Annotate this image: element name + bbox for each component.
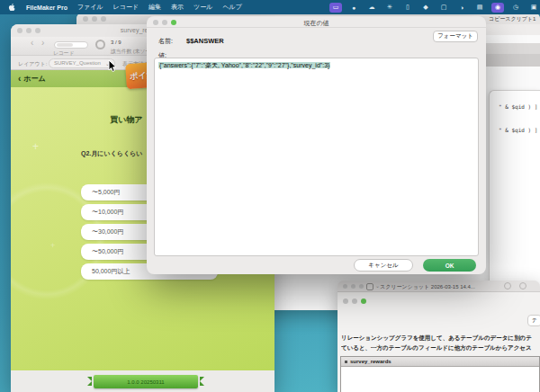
help-text-line: リレーションシップグラフを使用して、あるテーブルのデータに別のテ: [341, 334, 540, 343]
close-icon[interactable]: [343, 284, 347, 289]
next-record-icon[interactable]: ›: [41, 39, 44, 48]
record-slider[interactable]: [54, 41, 88, 49]
selected-value-text: {"answers":{"7":"楽天, Yahoo","8":"22","9"…: [158, 62, 330, 68]
battery-icon[interactable]: ▯: [401, 3, 414, 13]
close-icon: [343, 298, 348, 304]
dialog-titlebar: 現在の値: [147, 16, 486, 28]
display-icon[interactable]: ◑: [455, 3, 468, 13]
apple-menu-icon[interactable]: [8, 3, 16, 12]
help-text-line: ていると、一方のテーブルのフィールドに他方のテーブルからアクセス: [341, 344, 540, 352]
script-code-line: " & $qid ) ]: [499, 103, 537, 110]
screen-record-icon[interactable]: ◉: [491, 3, 504, 13]
document-proxy-icon[interactable]: [366, 283, 374, 290]
script-tab[interactable]: コピースクリプト1: [489, 15, 536, 23]
screenshot-preview-window[interactable]: ⌄ スクリーンショット 2026-03-15 14.4... テ リレーションシ…: [338, 281, 540, 392]
table-list-header: survey_rewards: [341, 357, 539, 367]
sparkle-decoration: +: [32, 140, 39, 153]
table-button: テ: [527, 315, 540, 326]
record-count: 3 / 9: [111, 40, 122, 45]
airplay-icon[interactable]: ◆: [419, 3, 432, 13]
dialog-title: 現在の値: [147, 19, 486, 28]
current-value-dialog[interactable]: 現在の値 名前: $$ANSWER フォーマット 値: {"answers":{…: [147, 16, 486, 274]
menu-tools[interactable]: ツール: [194, 3, 212, 12]
sparkle-decoration: +: [50, 241, 55, 250]
stage-manager-icon[interactable]: ▢: [437, 3, 450, 13]
variable-name: $$ANSWER: [186, 37, 224, 45]
moon-icon[interactable]: ●: [347, 3, 360, 13]
cloud-icon[interactable]: ☁: [365, 3, 378, 13]
menu-help[interactable]: ヘルプ: [222, 3, 242, 12]
record-slider-knob[interactable]: [57, 43, 73, 47]
desktop: コピースクリプト1 " & $qid ) ] " & $qid ) ] surv…: [0, 0, 540, 392]
script-window-traffic-lights[interactable]: [83, 16, 106, 22]
close-icon[interactable]: [83, 16, 88, 22]
mouse-cursor: [108, 59, 118, 73]
home-button[interactable]: ‹ ホーム: [18, 74, 46, 84]
control-center-icon[interactable]: ▣: [527, 3, 540, 13]
table-list: survey_rewards: [340, 356, 540, 392]
preview-titlebar: ⌄ スクリーンショット 2026-03-15 14.4...: [338, 281, 540, 292]
zoom-icon[interactable]: [359, 284, 364, 289]
zoom-icon[interactable]: [101, 16, 106, 22]
format-button[interactable]: フォーマット: [433, 31, 478, 42]
clock-icon[interactable]: ◷: [509, 3, 522, 13]
preview-title: スクリーンショット 2026-03-15 14.4...: [380, 283, 475, 291]
screen-mirroring-icon[interactable]: ▭: [329, 3, 342, 13]
inner-screenshot-traffic-lights: [343, 298, 366, 304]
minimize-icon: [352, 298, 357, 304]
brightness-icon[interactable]: ✳: [383, 3, 396, 13]
menu-file[interactable]: ファイル: [77, 3, 104, 12]
search-icon[interactable]: [519, 282, 526, 290]
layout-label: レイアウト:: [18, 60, 47, 68]
menu-records[interactable]: レコード: [113, 3, 140, 12]
previous-record-icon[interactable]: ‹: [31, 39, 33, 48]
home-label: ホーム: [23, 74, 45, 84]
menu-bar: FileMaker Pro ファイル レコード 編集 表示 ツール ヘルプ ▭ …: [0, 0, 540, 14]
preview-traffic-lights[interactable]: [343, 284, 364, 289]
minimize-icon[interactable]: [351, 284, 356, 289]
survey-question: Q2.月にいくらくらい: [81, 149, 142, 158]
chevron-left-icon: ‹: [18, 76, 21, 83]
layout-dropdown-value: SURVEY_Question: [54, 60, 101, 66]
minimize-icon[interactable]: [92, 16, 97, 22]
bullet-icon: [345, 361, 347, 363]
survey-title: 買い物ア: [110, 114, 142, 126]
name-label: 名前:: [158, 37, 173, 46]
menu-app-name[interactable]: FileMaker Pro: [26, 4, 68, 11]
info-icon[interactable]: [504, 282, 511, 290]
menu-view[interactable]: 表示: [171, 3, 184, 12]
keyboard-icon[interactable]: ▤: [473, 3, 486, 13]
zoom-icon: [361, 298, 366, 304]
preview-content: テ リレーションシップグラフを使用して、あるテーブルのデータに別のテ ていると、…: [338, 292, 540, 392]
value-textarea[interactable]: {"answers":{"7":"楽天, Yahoo","8":"22","9"…: [154, 58, 479, 256]
script-code-line: " & $qid ) ]: [499, 127, 537, 133]
layout-dropdown[interactable]: SURVEY_Question ⌄: [49, 58, 115, 68]
survey-footer: 1.0.0 20250311: [11, 370, 274, 392]
cancel-button[interactable]: キャンセル: [354, 259, 413, 272]
table-list-header-label: survey_rewards: [350, 359, 392, 364]
found-set-pie-icon[interactable]: [95, 40, 105, 49]
menu-edit[interactable]: 編集: [148, 3, 161, 12]
version-ribbon: 1.0.0 20250311: [94, 375, 198, 388]
ok-button[interactable]: OK: [423, 259, 476, 272]
script-editor-panel[interactable]: " & $qid ) ] " & $qid ) ]: [489, 90, 540, 310]
